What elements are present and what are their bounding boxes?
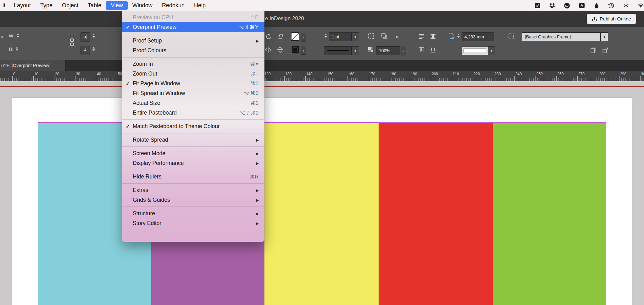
object-style-dropdown-button[interactable] <box>601 32 608 41</box>
flip-horizontal-stepper[interactable] <box>92 34 96 38</box>
opacity-options-button[interactable] <box>401 47 406 55</box>
preview-swatch <box>464 48 486 53</box>
stroke-weight-stepper[interactable] <box>324 34 328 38</box>
menu-shortcut: ⌘1 <box>250 100 259 106</box>
menu-item-hide-rulers[interactable]: Hide Rulers⌘R <box>122 172 264 182</box>
menu-item-story-editor[interactable]: Story Editor▶ <box>122 218 264 228</box>
preview-swatch-dropdown[interactable] <box>462 46 488 55</box>
menu-item-label: Extras <box>133 187 148 194</box>
menu-item-rotate-spread[interactable]: Rotate Spread▶ <box>122 135 264 145</box>
menubar-item-window[interactable]: Window <box>128 1 157 10</box>
wifi-icon[interactable] <box>638 3 644 9</box>
publish-online-label: Publish Online <box>600 16 631 22</box>
menu-shortcut: ⇧E <box>250 14 259 20</box>
menu-item-actual-size[interactable]: Actual Size⌘1 <box>122 98 264 108</box>
menu-item-overprint-preview[interactable]: ✓Overprint Preview⌥⇧⌘Y <box>122 22 264 32</box>
ruler-number: 160 <box>348 72 354 76</box>
stroke-style-dropdown-button[interactable] <box>352 46 359 55</box>
flip-v-icon[interactable] <box>277 46 284 53</box>
opacity-field[interactable]: 100% <box>376 46 400 55</box>
corner-radius-field[interactable]: 4,233 mm <box>462 32 494 41</box>
menu-item-extras[interactable]: Extras▶ <box>122 185 264 195</box>
menu-item-proof-colours[interactable]: Proof Colours <box>122 46 264 55</box>
transparency-frame-icon[interactable] <box>368 33 374 39</box>
menubar-item-type[interactable]: Type <box>36 1 57 10</box>
menu-item-screen-mode[interactable]: Screen Mode▶ <box>122 149 264 158</box>
stroke-swatch[interactable] <box>291 46 299 54</box>
text-wrap-around-icon[interactable] <box>430 33 436 40</box>
flip-vertical-button[interactable] <box>80 46 90 55</box>
ruler-number: 290 <box>620 72 626 76</box>
menubar-item-redokun[interactable]: Redokun <box>157 1 189 10</box>
insert-pages-icon[interactable] <box>590 47 597 54</box>
live-corner-icon[interactable] <box>448 33 455 39</box>
corner-radius-stepper[interactable] <box>457 34 460 38</box>
stroke-weight-value: 1 pt <box>332 34 339 39</box>
menu-item-label: Grids & Guides <box>133 197 170 203</box>
fill-swatch-none[interactable] <box>291 32 299 41</box>
stroke-style-dropdown[interactable] <box>324 46 352 55</box>
fan-icon[interactable] <box>623 3 629 9</box>
menu-item-match-pasteboard-to-theme-colour[interactable]: ✓Match Pasteboard to Theme Colour <box>122 121 264 131</box>
align-top-icon[interactable] <box>418 46 425 53</box>
menubar-item-object[interactable]: Object <box>57 1 83 10</box>
document-tab[interactable]: 61% [Overprint Preview] <box>0 60 66 71</box>
shear-icon[interactable] <box>277 33 284 40</box>
stroke-weight-field[interactable]: 1 pt <box>329 32 352 41</box>
height-stepper[interactable] <box>15 47 19 51</box>
menu-item-label: Fit Page in Window <box>133 80 180 87</box>
color-bar-yellow[interactable] <box>264 123 379 305</box>
opacity-checker-icon <box>368 47 374 53</box>
color-bar-green[interactable] <box>493 123 606 305</box>
flip-h-icon[interactable] <box>265 46 272 53</box>
corner-options-icon[interactable] <box>508 33 515 40</box>
flip-horizontal-button[interactable] <box>80 32 90 42</box>
time-machine-icon[interactable] <box>608 3 614 9</box>
menu-item-proof-setup[interactable]: Proof Setup▶ <box>122 36 264 46</box>
creative-cloud-icon[interactable] <box>564 3 570 9</box>
menu-item-label: Preview on CPU <box>133 14 173 21</box>
flip-vertical-stepper[interactable] <box>92 47 96 51</box>
drop-shadow-icon[interactable] <box>381 33 387 39</box>
menubar-item-help[interactable]: Help <box>189 1 210 10</box>
menu-separator <box>122 170 264 170</box>
document-canvas[interactable] <box>0 81 644 305</box>
effects-fx-label[interactable]: fx. <box>394 34 399 39</box>
align-bottom-icon[interactable] <box>430 46 436 53</box>
menu-item-structure[interactable]: Structure▶ <box>122 209 264 218</box>
app-square-icon[interactable] <box>579 3 585 9</box>
menu-item-label: Overprint Preview <box>133 24 176 31</box>
preview-swatch-dropdown-button[interactable] <box>488 46 495 55</box>
publish-online-button[interactable]: Publish Online <box>587 14 636 24</box>
stroke-weight-dropdown-button[interactable] <box>352 32 359 41</box>
menu-item-display-performance[interactable]: Display Performance▶ <box>122 158 264 168</box>
horizontal-ruler[interactable]: 0102030405060708090100110120130140150160… <box>0 71 644 81</box>
menu-separator <box>122 119 264 120</box>
menu-item-entire-pasteboard[interactable]: Entire Pasteboard⌥⇧⌘0 <box>122 108 264 118</box>
menu-item-zoom-in[interactable]: Zoom In⌘= <box>122 59 264 69</box>
color-bar-red[interactable] <box>379 123 493 305</box>
text-wrap-none-icon[interactable] <box>418 33 425 40</box>
width-stepper[interactable] <box>16 34 20 38</box>
export-frame-icon[interactable] <box>602 47 609 54</box>
menu-item-fit-spread-in-window[interactable]: Fit Spread in Window⌥⌘0 <box>122 88 264 98</box>
menu-item-fit-page-in-window[interactable]: ✓Fit Page in Window⌘0 <box>122 79 264 88</box>
constrain-link-icon[interactable] <box>69 38 75 47</box>
menu-item-grids-guides[interactable]: Grids & Guides▶ <box>122 195 264 205</box>
menubar-item-view[interactable]: View <box>106 1 128 10</box>
ruler-number: 200 <box>432 72 438 76</box>
menubar-item-it[interactable]: it <box>1 1 9 10</box>
submenu-arrow-icon: ▶ <box>256 151 259 156</box>
droplet-icon[interactable] <box>593 3 600 9</box>
check-badge-icon[interactable] <box>534 3 541 9</box>
menu-item-zoom-out[interactable]: Zoom Out⌘– <box>122 69 264 79</box>
rotate-icon[interactable] <box>265 33 272 40</box>
object-style-dropdown[interactable]: [Basic Graphics Frame] <box>522 32 601 41</box>
menubar-items: itLayoutTypeObjectTableViewWindowRedokun… <box>0 0 210 11</box>
menubar-item-table[interactable]: Table <box>83 1 106 10</box>
menubar-item-layout[interactable]: Layout <box>9 1 36 10</box>
stroke-options-button[interactable] <box>301 46 306 55</box>
fill-options-button[interactable] <box>301 33 306 42</box>
dropbox-icon[interactable] <box>549 3 555 9</box>
ruler-number: 120 <box>264 72 271 76</box>
